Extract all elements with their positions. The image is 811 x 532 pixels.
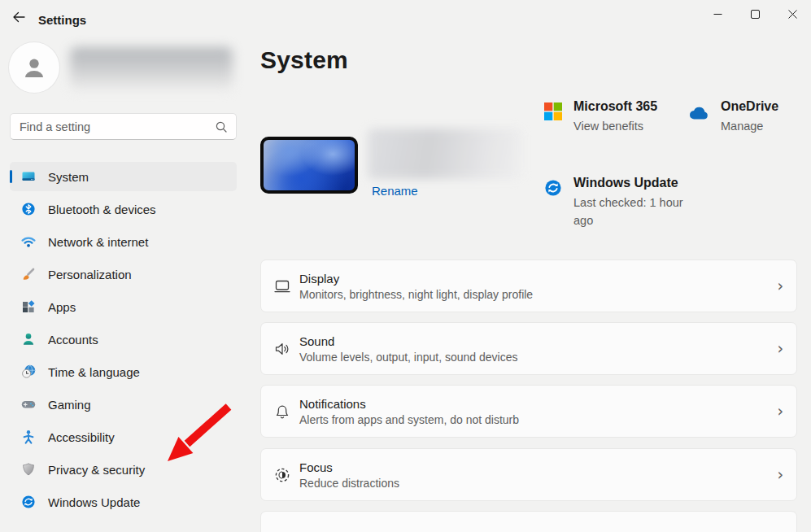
rename-link[interactable]: Rename xyxy=(372,184,418,198)
back-button[interactable] xyxy=(7,7,31,28)
card-subtitle: Reduce distractions xyxy=(299,477,399,490)
quick-link-microsoft-365[interactable]: Microsoft 365 View benefits xyxy=(543,99,683,135)
chevron-right-icon: › xyxy=(777,278,783,294)
bluetooth-icon xyxy=(20,201,37,217)
search-icon xyxy=(216,121,227,133)
sound-icon xyxy=(273,339,292,359)
sidebar-item-label: Accessibility xyxy=(48,430,115,444)
quick-link-title: Windows Update xyxy=(573,176,697,190)
chevron-right-icon: › xyxy=(777,341,783,356)
sidebar-item-label: Accounts xyxy=(48,333,98,347)
system-icon xyxy=(20,168,37,185)
sidebar-item-bluetooth-devices[interactable]: Bluetooth & devices xyxy=(10,194,237,224)
card-title: Display xyxy=(299,272,533,286)
sidebar-item-label: Personalization xyxy=(48,268,132,281)
settings-card-partial[interactable] xyxy=(260,511,797,532)
settings-card-display[interactable]: Display Monitors, brightness, night ligh… xyxy=(260,259,797,312)
accessibility-icon xyxy=(20,429,37,445)
quick-link-subtitle[interactable]: View benefits xyxy=(573,117,657,135)
sidebar-item-privacy-security[interactable]: Privacy & security xyxy=(10,455,237,484)
card-title: Focus xyxy=(299,460,399,474)
quick-link-title: OneDrive xyxy=(721,99,778,114)
settings-card-focus[interactable]: Focus Reduce distractions › xyxy=(260,448,797,501)
page-title: System xyxy=(260,46,348,74)
accounts-icon xyxy=(20,331,37,347)
quick-link-onedrive[interactable]: OneDrive Manage xyxy=(687,99,809,135)
user-avatar[interactable] xyxy=(9,42,59,93)
search-input[interactable] xyxy=(20,120,216,133)
settings-card-sound[interactable]: Sound Volume levels, output, input, soun… xyxy=(260,322,797,375)
sidebar-item-label: Privacy & security xyxy=(48,463,145,477)
chevron-right-icon: › xyxy=(777,403,783,419)
gamepad-icon xyxy=(20,396,37,412)
sidebar-item-label: System xyxy=(48,170,89,184)
maximize-icon xyxy=(751,10,760,19)
sidebar-item-apps[interactable]: Apps xyxy=(10,292,237,321)
device-name-redacted xyxy=(368,129,522,179)
quick-link-title: Microsoft 365 xyxy=(573,99,657,114)
device-wallpaper-thumbnail xyxy=(260,137,358,194)
sidebar-nav: System Bluetooth & devices Network & int… xyxy=(10,162,237,520)
chevron-right-icon: › xyxy=(777,467,783,482)
sidebar-item-time-language[interactable]: Time & language xyxy=(10,357,237,386)
apps-icon xyxy=(20,299,37,315)
window-title: Settings xyxy=(38,13,86,27)
card-subtitle: Monitors, brightness, night light, displ… xyxy=(299,288,533,301)
maximize-button[interactable] xyxy=(736,0,774,28)
focus-icon xyxy=(273,465,292,485)
shield-icon xyxy=(20,461,37,477)
clock-globe-icon xyxy=(20,364,37,380)
sidebar-item-label: Windows Update xyxy=(48,495,140,509)
sidebar-item-network-internet[interactable]: Network & internet xyxy=(10,227,237,256)
sidebar-item-label: Gaming xyxy=(48,398,91,412)
close-icon xyxy=(788,10,797,19)
card-title: Sound xyxy=(299,334,518,348)
sidebar-item-personalization[interactable]: Personalization xyxy=(10,259,237,289)
minimize-button[interactable] xyxy=(699,0,736,28)
sidebar-item-label: Time & language xyxy=(48,365,140,379)
microsoft-365-icon xyxy=(543,102,563,121)
user-name-redacted xyxy=(70,47,233,91)
display-icon xyxy=(273,277,292,296)
quick-link-subtitle[interactable]: Manage xyxy=(721,117,778,135)
sidebar-item-label: Network & internet xyxy=(48,235,148,249)
sidebar-item-gaming[interactable]: Gaming xyxy=(10,390,237,419)
quick-link-windows-update[interactable]: Windows Update Last checked: 1 hour ago xyxy=(543,176,706,230)
notifications-bell-icon xyxy=(273,402,292,421)
settings-window: Settings xyxy=(0,0,811,532)
card-subtitle: Alerts from apps and system, do not dist… xyxy=(299,413,519,426)
sidebar-item-windows-update[interactable]: Windows Update xyxy=(10,487,237,517)
sidebar-item-label: Bluetooth & devices xyxy=(48,203,156,216)
sidebar-item-accessibility[interactable]: Accessibility xyxy=(10,422,237,451)
card-subtitle: Volume levels, output, input, sound devi… xyxy=(299,351,518,364)
windows-update-icon xyxy=(20,494,37,510)
minimize-icon xyxy=(713,10,722,19)
quick-link-subtitle: Last checked: 1 hour ago xyxy=(573,194,697,230)
window-controls xyxy=(699,0,811,28)
card-title: Notifications xyxy=(299,397,519,411)
close-button[interactable] xyxy=(774,0,811,28)
back-arrow-icon xyxy=(12,11,25,23)
sidebar-item-accounts[interactable]: Accounts xyxy=(10,325,237,354)
windows-update-icon xyxy=(543,178,563,198)
onedrive-icon xyxy=(687,105,710,121)
person-icon xyxy=(20,54,48,81)
sidebar-item-label: Apps xyxy=(48,300,76,314)
wifi-icon xyxy=(20,233,37,250)
search-box xyxy=(10,113,237,140)
paintbrush-icon xyxy=(20,266,37,282)
settings-card-notifications[interactable]: Notifications Alerts from apps and syste… xyxy=(260,385,797,438)
sidebar-item-system[interactable]: System xyxy=(10,162,237,191)
